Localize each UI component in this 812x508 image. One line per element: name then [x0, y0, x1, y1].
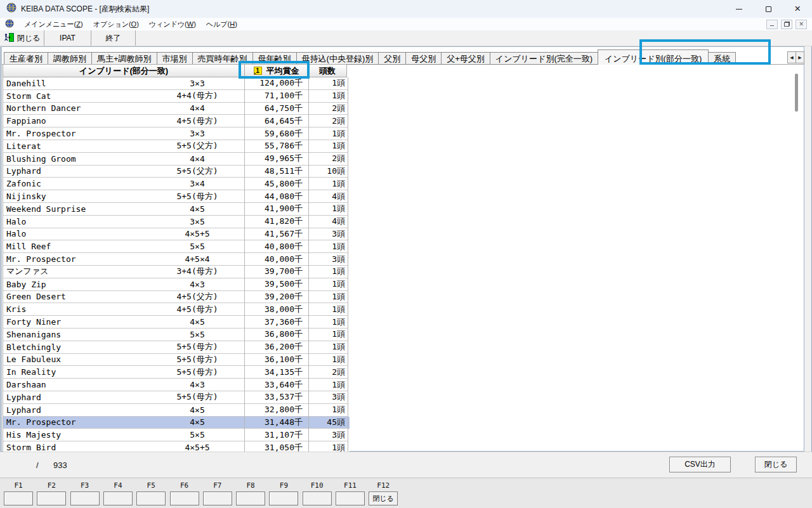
table-row[interactable]: Literat5+5(父方)55,786千1頭 [3, 140, 350, 153]
cell-avg-prize: 38,000千 [245, 303, 309, 316]
toolbar-button-close[interactable]: 閉じる [0, 30, 44, 46]
csv-export-button[interactable]: CSV出力 [669, 457, 731, 472]
inbreed-name: Lyphard [3, 166, 41, 176]
tab-scroll-right-button[interactable]: ▶ [796, 51, 804, 63]
table-row[interactable]: Bletchingly5+5(母方)36,200千1頭 [3, 341, 350, 354]
tab-3[interactable]: 市場別 [157, 52, 193, 65]
menu-item-0[interactable]: メインメニュー(Z) [24, 20, 83, 29]
tab-2[interactable]: 馬主+調教師別 [91, 52, 157, 65]
menu-item-1[interactable]: オプション(O) [93, 20, 139, 29]
table-row[interactable]: Baby Zip4×339,500千1頭 [3, 278, 350, 291]
column-header-count[interactable]: 頭数 [308, 64, 347, 77]
mdi-minimize-button[interactable] [766, 20, 778, 29]
close-button[interactable] [783, 0, 812, 18]
fkey-button-F2[interactable] [37, 492, 66, 505]
cell-count: 1頭 [309, 303, 348, 316]
cell-count: 1頭 [309, 341, 348, 354]
inbreed-name: マンファス [3, 266, 49, 277]
tab-scroll-left-button[interactable]: ◀ [787, 51, 796, 63]
inbreed-cross: 4+5(母方) [150, 304, 244, 315]
tab-7[interactable]: 父別 [378, 52, 406, 65]
inbreed-name: Zafonic [3, 179, 41, 188]
cell-avg-prize: 44,080千 [245, 190, 309, 203]
column-header-inbreed[interactable]: インブリード(部分一致) [3, 64, 245, 77]
table-row[interactable]: Kris4+5(母方)38,000千1頭 [3, 303, 350, 316]
mdi-restore-button[interactable] [781, 20, 792, 29]
table-row[interactable]: Le Fabuleux5+5(母方)36,100千1頭 [3, 354, 350, 367]
tab-10[interactable]: インブリード別(完全一致) [490, 52, 598, 65]
tab-8[interactable]: 母父別 [405, 52, 442, 65]
tab-0[interactable]: 生産者別 [4, 52, 48, 65]
table-row[interactable]: Forty Niner4×537,360千1頭 [3, 316, 350, 329]
fkey-button-F10[interactable] [303, 492, 332, 505]
table-row[interactable]: Fappiano4+5(母方)64,645千2頭 [3, 115, 350, 127]
table-row[interactable]: Storm Bird4×5+531,050千1頭 [3, 441, 350, 452]
fkey-label-F5: F5 [136, 481, 166, 490]
menu-item-2[interactable]: ウィンドウ(W) [149, 20, 196, 29]
inbreed-cross: 4×5 [150, 204, 244, 214]
minimize-button[interactable] [724, 0, 754, 18]
table-row[interactable]: Halo4×5+541,567千3頭 [3, 228, 350, 241]
table-row[interactable]: Weekend Surprise4×541,900千1頭 [3, 203, 350, 216]
table-row[interactable]: マンファス3+4(母方)39,700千1頭 [3, 266, 350, 278]
table-row[interactable]: Darshaan4×333,640千1頭 [3, 379, 350, 391]
toolbar-button-quit[interactable]: 終了 [91, 30, 136, 46]
fkey-button-F7[interactable] [203, 492, 232, 505]
inbreed-cross: 5+5(母方) [150, 191, 244, 202]
fkey-button-F6[interactable] [170, 492, 199, 505]
menu-item-3[interactable]: ヘルプ(H) [206, 20, 237, 29]
cell-count: 3頭 [309, 228, 348, 241]
cell-inbreed: Kris4+5(母方) [3, 303, 245, 316]
cell-avg-prize: 37,360千 [245, 316, 309, 329]
fkey-button-F11[interactable] [336, 492, 365, 505]
cell-inbreed: Storm Bird4×5+5 [3, 441, 245, 452]
fkey-button-F9[interactable] [269, 492, 298, 505]
table-row[interactable]: Mr. Prospector3×359,680千1頭 [3, 127, 350, 140]
table-row[interactable]: Blushing Groom4×449,965千2頭 [3, 153, 350, 166]
mdi-close-button[interactable] [796, 20, 807, 29]
inbreed-cross: 4+5(母方) [150, 115, 244, 127]
table-row[interactable]: Storm Cat4+4(母方)71,100千1頭 [3, 90, 350, 103]
tab-1[interactable]: 調教師別 [48, 52, 92, 65]
toolbar-button-ipat[interactable]: IPAT [44, 30, 91, 46]
table-row[interactable]: Nijinsky5+5(母方)44,080千4頭 [3, 190, 350, 203]
fkey-button-F4[interactable] [103, 492, 133, 505]
maximize-button[interactable] [754, 0, 783, 18]
table-row[interactable]: Green Desert4+5(父方)39,200千1頭 [3, 291, 350, 304]
cell-avg-prize: 49,965千 [245, 153, 309, 166]
cell-avg-prize: 31,050千 [245, 441, 309, 452]
column-header-avg-prize[interactable]: 1 平均賞金 [244, 64, 308, 77]
toolbar-button-label: 閉じる [17, 33, 41, 44]
table-row[interactable]: Danehill3×3124,000千1頭 [3, 77, 350, 90]
table-row[interactable]: In Reality5+5(母方)34,135千2頭 [3, 366, 350, 379]
table-row[interactable]: Mill Reef5×540,800千1頭 [3, 240, 350, 253]
inbreed-cross: 3×3 [150, 129, 244, 138]
tab-4[interactable]: 売買時年齢別 [192, 52, 253, 65]
close-panel-button[interactable]: 閉じる [755, 457, 797, 472]
tab-9[interactable]: 父+母父別 [441, 52, 490, 65]
inbreed-cross: 5+5(父方) [150, 140, 244, 152]
fkey-button-F1[interactable] [4, 492, 33, 505]
table-row[interactable]: His Majesty5×531,107千3頭 [3, 429, 350, 441]
fkey-button-F8[interactable] [236, 492, 265, 505]
tab-11[interactable]: インブリード別(部分一致) [598, 49, 709, 65]
table-row[interactable]: Zafonic3×445,800千1頭 [3, 178, 350, 190]
cell-inbreed: Literat5+5(父方) [3, 140, 245, 153]
inbreed-name: Mill Reef [3, 242, 51, 251]
table-row[interactable]: Mr. Prospector4×531,448千45頭 [3, 417, 350, 429]
tab-5[interactable]: 母年齢別 [252, 52, 297, 65]
table-row[interactable]: Shenanigans5×536,800千1頭 [3, 329, 350, 341]
table-row[interactable]: Northern Dancer4×464,750千2頭 [3, 103, 350, 115]
fkey-button-F12[interactable]: 閉じる [369, 492, 398, 505]
table-row[interactable]: Lyphard5+5(父方)48,511千10頭 [3, 166, 350, 178]
table-row[interactable]: Lyphard4×532,800千1頭 [3, 404, 350, 417]
vertical-scrollbar-thumb[interactable] [795, 74, 798, 112]
table-row[interactable]: Lyphard5+5(母方)33,537千3頭 [3, 391, 350, 404]
fkey-button-F5[interactable] [136, 492, 166, 505]
tab-6[interactable]: 母持込(中央登録)別 [296, 52, 379, 65]
inbreed-cross: 4×4 [150, 103, 244, 113]
table-row[interactable]: Mr. Prospector4+5×440,000千3頭 [3, 253, 350, 266]
tab-12[interactable]: 系統 [708, 52, 736, 65]
fkey-button-F3[interactable] [70, 492, 100, 505]
table-row[interactable]: Halo3×541,820千4頭 [3, 216, 350, 228]
